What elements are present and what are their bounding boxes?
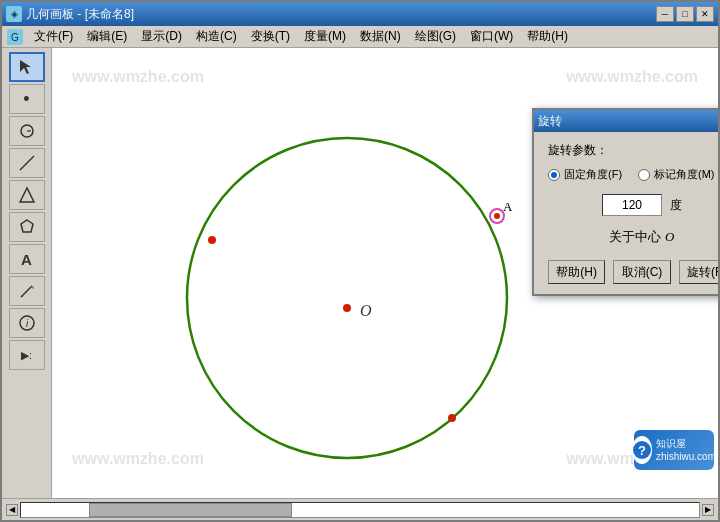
svg-text:O: O [360, 302, 372, 319]
dialog-buttons: 帮助(H) 取消(C) 旋转(R) [548, 260, 718, 284]
menu-help[interactable]: 帮助(H) [521, 26, 574, 47]
menu-transform[interactable]: 变换(T) [245, 26, 296, 47]
menu-file[interactable]: 文件(F) [28, 26, 79, 47]
marked-angle-radio[interactable] [638, 169, 650, 181]
maximize-button[interactable]: □ [676, 6, 694, 22]
dialog-body: 旋转参数： 固定角度(F) 标记角度(M) [534, 132, 718, 294]
circle-tool[interactable] [9, 116, 45, 146]
window-title: 几何画板 - [未命名8] [26, 6, 134, 23]
pencil-tool[interactable] [9, 276, 45, 306]
logo-badge: ? 知识屋 zhishiwu.com [634, 430, 714, 470]
left-toolbar: • [2, 48, 52, 498]
svg-text:i: i [25, 318, 28, 329]
menu-window[interactable]: 窗口(W) [464, 26, 519, 47]
menu-edit[interactable]: 编辑(E) [81, 26, 133, 47]
svg-point-14 [343, 304, 351, 312]
fixed-angle-radio[interactable] [548, 169, 560, 181]
select-tool[interactable] [9, 52, 45, 82]
menu-view[interactable]: 显示(D) [135, 26, 188, 47]
marked-angle-option[interactable]: 标记角度(M) [638, 167, 715, 182]
svg-line-5 [20, 156, 34, 170]
svg-marker-7 [21, 220, 33, 232]
logo-icon: ? [632, 436, 652, 464]
menu-graph[interactable]: 绘图(G) [409, 26, 462, 47]
svg-point-17 [494, 213, 500, 219]
params-label: 旋转参数： [548, 142, 718, 159]
scroll-left-btn[interactable]: ◀ [6, 504, 18, 516]
svg-line-8 [21, 286, 32, 297]
scroll-right-btn[interactable]: ▶ [702, 504, 714, 516]
polygon-tool[interactable] [9, 212, 45, 242]
marked-angle-label: 标记角度(M) [654, 167, 715, 182]
title-bar: ◈ 几何画板 - [未命名8] ─ □ ✕ [2, 2, 718, 26]
svg-point-13 [187, 138, 507, 458]
info-tool[interactable]: i [9, 308, 45, 338]
logo-text: 知识屋 zhishiwu.com [656, 437, 716, 463]
svg-marker-9 [32, 286, 34, 289]
help-button[interactable]: 帮助(H) [548, 260, 605, 284]
menu-data[interactable]: 数据(N) [354, 26, 407, 47]
title-bar-left: ◈ 几何画板 - [未命名8] [6, 6, 134, 23]
angle-input[interactable] [602, 194, 662, 216]
radio-group: 固定角度(F) 标记角度(M) [548, 167, 718, 182]
angle-unit: 度 [670, 197, 682, 214]
app-icon: ◈ [6, 6, 22, 22]
svg-text:G: G [11, 32, 19, 43]
point-tool[interactable]: • [9, 84, 45, 114]
svg-text:A: A [503, 199, 513, 214]
horizontal-scrollbar[interactable] [20, 502, 700, 518]
more-tool[interactable]: ▶: [9, 340, 45, 370]
text-tool[interactable]: A [9, 244, 45, 274]
triangle-tool[interactable] [9, 180, 45, 210]
title-bar-buttons: ─ □ ✕ [656, 6, 714, 22]
rotate-button[interactable]: 旋转(R) [679, 260, 718, 284]
main-window: ◈ 几何画板 - [未命名8] ─ □ ✕ G 文件(F) 编辑(E) 显示(D… [0, 0, 720, 522]
content-area: • [2, 48, 718, 498]
angle-row: 度 [548, 194, 718, 216]
svg-marker-6 [20, 188, 34, 202]
menu-construct[interactable]: 构造(C) [190, 26, 243, 47]
menu-bar: G 文件(F) 编辑(E) 显示(D) 构造(C) 变换(T) 度量(M) 数据… [2, 26, 718, 48]
logo-name: 知识屋 [656, 437, 716, 450]
fixed-angle-label: 固定角度(F) [564, 167, 622, 182]
logo-url: zhishiwu.com [656, 450, 716, 463]
canvas-area[interactable]: www.wmzhe.com www.wmzhe.com www.wmzhe.co… [52, 48, 718, 498]
rotation-dialog: 旋转 ✕ 旋转参数： 固定角度(F) [532, 108, 718, 296]
dialog-title-text: 旋转 [538, 113, 562, 130]
svg-text:?: ? [638, 443, 646, 458]
svg-point-20 [448, 414, 456, 422]
status-bar: ◀ ▶ [2, 498, 718, 520]
dialog-title-bar: 旋转 ✕ [534, 110, 718, 132]
svg-point-19 [208, 236, 216, 244]
svg-marker-2 [20, 60, 31, 74]
close-button[interactable]: ✕ [696, 6, 714, 22]
minimize-button[interactable]: ─ [656, 6, 674, 22]
menu-measure[interactable]: 度量(M) [298, 26, 352, 47]
menu-app-icon: G [4, 28, 26, 46]
fixed-angle-option[interactable]: 固定角度(F) [548, 167, 622, 182]
center-label: 关于中心 O [548, 228, 718, 246]
line-tool[interactable] [9, 148, 45, 178]
cancel-button[interactable]: 取消(C) [613, 260, 670, 284]
